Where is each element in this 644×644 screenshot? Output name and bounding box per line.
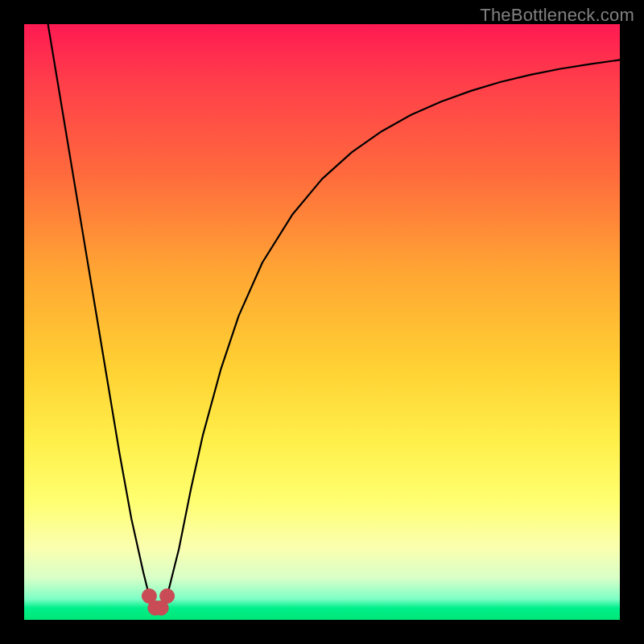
minimum-marker [160,588,175,603]
chart-plot-area [24,24,620,620]
watermark-text: TheBottleneck.com [480,5,634,26]
bottleneck-curve [48,24,620,608]
bottleneck-curve-svg [24,24,620,620]
curve-minimum-markers [142,588,174,615]
